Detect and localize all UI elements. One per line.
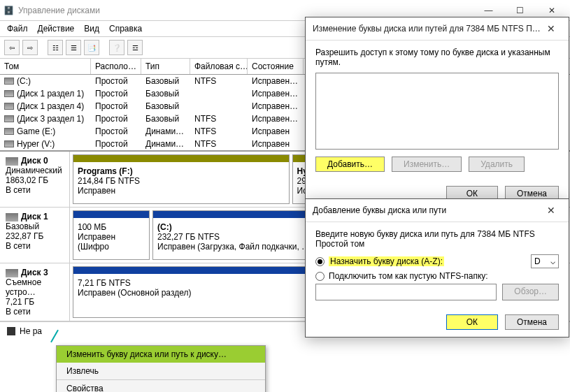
dlg1-add-button[interactable]: Добавить… <box>315 157 385 172</box>
legend-unalloc: Не ра <box>20 326 42 336</box>
vol-name: (C:) <box>17 76 31 86</box>
vol-fs: NTFS <box>190 113 248 124</box>
dlg2-opt-mount-row[interactable]: Подключить том как пустую NTFS-папку: <box>315 271 559 281</box>
context-menu: Изменить букву диска или путь к диску… И… <box>56 345 266 392</box>
radio-assign-letter[interactable] <box>315 257 325 266</box>
dlg1-edit-button[interactable]: Изменить… <box>392 157 462 172</box>
disk3-size: 7,21 ГБ <box>6 297 64 307</box>
dlg2-ok-button[interactable]: ОК <box>446 314 498 330</box>
tool-panel-1[interactable]: ☷ <box>48 40 63 55</box>
browse-button[interactable]: Обзор… <box>502 284 559 300</box>
col-state[interactable]: Состояние <box>248 59 304 74</box>
vol-state: Исправен… <box>248 113 304 124</box>
vol-type: Динами… <box>141 126 190 137</box>
app-icon: 🗄️ <box>3 5 14 16</box>
vol-state: Исправен <box>248 138 304 150</box>
dlg1-path-list[interactable] <box>315 73 559 150</box>
vol-type: Базовый <box>141 101 190 112</box>
disk0-type: Динамический <box>6 166 64 175</box>
vol-fs <box>190 106 248 107</box>
ctx-change-letter[interactable]: Изменить букву диска или путь к диску… <box>57 346 265 363</box>
vol-type: Базовый <box>141 88 190 99</box>
chevron-down-icon: ⌵ <box>550 256 555 266</box>
menu-help[interactable]: Справка <box>109 24 142 34</box>
menu-view[interactable]: Вид <box>84 24 99 34</box>
menu-action[interactable]: Действие <box>38 24 75 34</box>
tool-panel-2[interactable]: ☰ <box>66 40 81 55</box>
disk-label-3[interactable]: Диск 3 Съемное устро… 7,21 ГБ В сети <box>0 263 70 321</box>
disk0-status: В сети <box>6 185 64 195</box>
volume-icon <box>4 140 14 147</box>
change-letter-dialog: Изменение буквы диска или путей для 7384… <box>305 17 569 209</box>
vol-name: Hyper (V:) <box>17 139 55 149</box>
ctx-eject[interactable]: Извлечь <box>57 363 265 379</box>
disk1-type: Базовый <box>6 222 64 231</box>
tool-fwd[interactable]: ⇨ <box>22 40 38 55</box>
vol-fs: NTFS <box>190 126 248 137</box>
window-title: Управление дисками <box>18 6 473 15</box>
disk0-title: Диск 0 <box>21 156 48 166</box>
vol-type: Динами… <box>141 138 190 150</box>
disk-label-0[interactable]: Диск 0 Динамический 1863,02 ГБ В сети <box>0 152 70 207</box>
col-fs[interactable]: Файловая с… <box>190 59 248 74</box>
vol-layout: Простой <box>91 75 141 87</box>
vol-fs: NTFS <box>190 75 248 87</box>
radio-mount-folder[interactable] <box>315 272 325 281</box>
vol-fs: NTFS <box>190 138 248 150</box>
disk-icon <box>6 157 18 166</box>
dlg2-prompt: Введите новую букву диска или путь для 7… <box>315 229 559 249</box>
disk-label-1[interactable]: Диск 1 Базовый 232,87 ГБ В сети <box>0 208 70 263</box>
dlg2-opt-mount-label: Подключить том как пустую NTFS-папку: <box>329 271 488 281</box>
vol-state: Исправен… <box>248 101 304 112</box>
vol-state: Исправен… <box>248 75 304 87</box>
vol-layout: Простой <box>91 101 141 112</box>
disk-icon <box>6 213 18 222</box>
dlg1-prompt: Разрешить доступ к этому тому по букве д… <box>315 48 559 67</box>
vol-name: (Диск 1 раздел 1) <box>17 89 84 99</box>
dlg2-cancel-button[interactable]: Отмена <box>505 314 559 330</box>
ctx-properties[interactable]: Свойства <box>57 379 265 392</box>
dlg2-opt-letter-label: Назначить букву диска (A-Z): <box>329 256 444 266</box>
vol-name: (Диск 1 раздел 4) <box>17 101 84 111</box>
vol-layout: Простой <box>91 126 141 137</box>
vol-type: Базовый <box>141 113 190 124</box>
dlg1-close[interactable]: ✕ <box>541 23 562 34</box>
vol-layout: Простой <box>91 88 141 99</box>
tool-refresh[interactable]: 📑 <box>84 40 99 55</box>
col-layout[interactable]: Располо… <box>91 59 141 74</box>
col-vol[interactable]: Том <box>0 59 91 74</box>
drive-letter-select[interactable]: D ⌵ <box>531 254 559 268</box>
vol-layout: Простой <box>91 138 141 150</box>
dlg2-title: Добавление буквы диска или пути <box>313 205 541 215</box>
vol-fs <box>190 93 248 94</box>
disk3-type: Съемное устро… <box>6 277 64 297</box>
tool-help[interactable]: ❔ <box>109 40 124 55</box>
vol-state: Исправен <box>248 126 304 137</box>
disk-icon <box>6 269 18 277</box>
vol-type: Базовый <box>141 75 190 87</box>
volume-icon <box>4 128 14 135</box>
menu-file[interactable]: Файл <box>7 24 28 34</box>
col-type[interactable]: Тип <box>141 59 190 74</box>
disk0-size: 1863,02 ГБ <box>6 175 64 185</box>
dlg1-remove-button[interactable]: Удалить <box>469 157 525 172</box>
disk0-part-programs[interactable]: Programs (F:) 214,84 ГБ NTFS Исправен <box>73 154 290 204</box>
disk1-part-sys[interactable]: 100 МБ Исправен (Шифро <box>73 210 150 260</box>
tool-back[interactable]: ⇦ <box>4 40 20 55</box>
tool-props[interactable]: ☲ <box>127 40 143 55</box>
vol-state: Исправен… <box>248 88 304 99</box>
volume-icon <box>4 78 14 85</box>
volume-icon <box>4 90 14 97</box>
disk1-status: В сети <box>6 241 64 251</box>
volume-icon <box>4 115 14 122</box>
vol-layout: Простой <box>91 113 141 124</box>
volume-icon <box>4 103 14 110</box>
dlg2-close[interactable]: ✕ <box>541 205 562 216</box>
disk1-title: Диск 1 <box>21 212 48 222</box>
disk1-size: 232,87 ГБ <box>6 231 64 241</box>
dlg2-opt-letter-row[interactable]: Назначить букву диска (A-Z): D ⌵ <box>315 254 559 268</box>
vol-name: (Диск 3 раздел 1) <box>17 114 84 124</box>
mount-path-input[interactable] <box>315 284 497 300</box>
dlg1-title: Изменение буквы диска или путей для 7384… <box>313 24 541 34</box>
vol-name: Game (E:) <box>17 126 55 136</box>
